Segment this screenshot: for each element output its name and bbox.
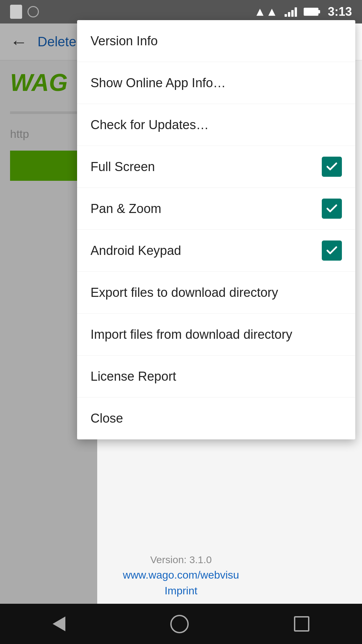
time-display: 3:13 (328, 5, 352, 19)
menu-item-import-files[interactable]: Import files from download directory (77, 314, 355, 356)
menu-item-label-import-files: Import files from download directory (90, 327, 292, 342)
menu-item-show-online-app-info[interactable]: Show Online App Info… (77, 62, 355, 104)
menu-item-label-android-keypad: Android Keypad (90, 244, 181, 258)
signal-icon (285, 7, 297, 17)
status-bar-right: ▲▲ 3:13 (254, 5, 352, 19)
home-button[interactable] (170, 615, 189, 633)
menu-item-label-pan-and-zoom: Pan & Zoom (90, 202, 161, 216)
menu-item-check-for-updates[interactable]: Check for Updates… (77, 104, 355, 146)
menu-item-label-show-online-app-info: Show Online App Info… (90, 76, 226, 90)
menu-item-label-close: Close (90, 411, 123, 426)
bottom-nav (0, 604, 362, 644)
menu-item-label-check-for-updates: Check for Updates… (90, 118, 209, 132)
sim-card-icon (10, 5, 22, 19)
menu-item-pan-and-zoom[interactable]: Pan & Zoom (77, 188, 355, 230)
menu-item-export-files[interactable]: Export files to download directory (77, 272, 355, 314)
recents-button[interactable] (294, 616, 309, 632)
checkbox-android-keypad[interactable] (322, 240, 342, 261)
circle-status-icon (27, 6, 39, 17)
menu-item-label-version-info: Version Info (90, 34, 158, 48)
menu-item-label-export-files: Export files to download directory (90, 285, 278, 300)
menu-item-android-keypad[interactable]: Android Keypad (77, 230, 355, 272)
menu-item-label-license-report: License Report (90, 369, 176, 384)
battery-icon (304, 8, 318, 16)
dropdown-menu: Version InfoShow Online App Info…Check f… (77, 20, 355, 439)
menu-item-close[interactable]: Close (77, 397, 355, 439)
menu-item-license-report[interactable]: License Report (77, 356, 355, 397)
checkbox-full-screen[interactable] (322, 157, 342, 177)
status-bar-left (10, 5, 39, 19)
wifi-icon: ▲▲ (254, 5, 278, 19)
checkbox-pan-and-zoom[interactable] (322, 199, 342, 219)
menu-item-label-full-screen: Full Screen (90, 160, 155, 174)
menu-item-version-info[interactable]: Version Info (77, 20, 355, 62)
menu-item-full-screen[interactable]: Full Screen (77, 146, 355, 188)
back-button[interactable] (53, 616, 65, 631)
